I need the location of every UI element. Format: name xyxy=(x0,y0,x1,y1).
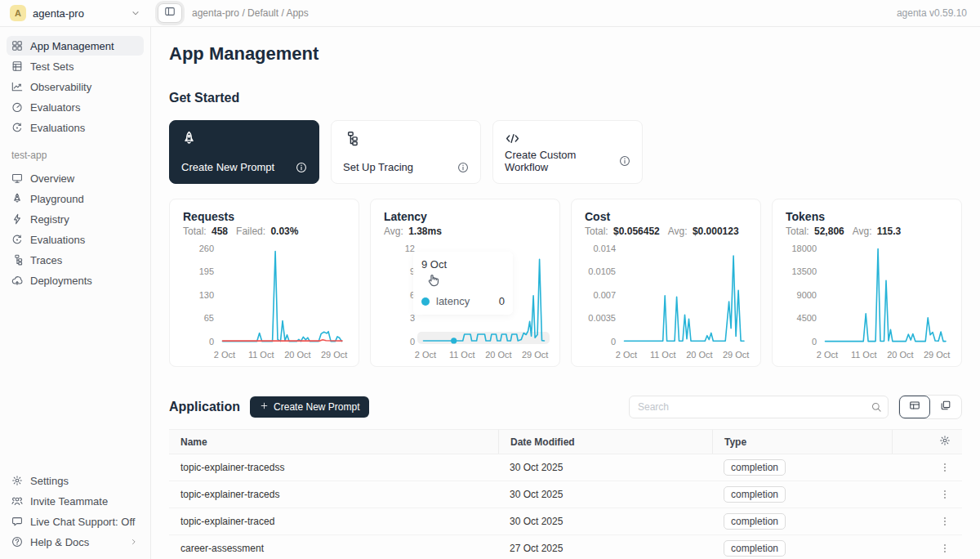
cell-name: topic-explainer-traceds xyxy=(169,489,498,500)
lightning-icon xyxy=(11,213,23,225)
sidebar-item-registry[interactable]: Registry xyxy=(7,209,144,229)
table-icon xyxy=(11,60,23,72)
sidebar-item-playground[interactable]: Playground xyxy=(7,189,144,208)
info-icon[interactable] xyxy=(457,162,469,173)
workspace-selector[interactable]: A agenta-pro xyxy=(0,5,151,21)
breadcrumb[interactable]: agenta-pro / Default / Apps xyxy=(192,7,309,19)
cell-type: completion xyxy=(712,486,892,503)
sidebar-section-label: test-app xyxy=(11,150,139,161)
table-row[interactable]: topic-explainer-traced30 Oct 2025complet… xyxy=(169,508,962,535)
svg-text:0.007: 0.007 xyxy=(593,290,616,300)
table-row[interactable]: career-assessment27 Oct 2025completion xyxy=(169,535,962,559)
cost-chart[interactable]: 00.00350.0070.01050.0142 Oct11 Oct20 Oct… xyxy=(585,240,749,363)
cell-name: topic-explainer-tracedss xyxy=(169,462,498,473)
sidebar-item-invite-teammate[interactable]: Invite Teammate xyxy=(7,491,144,511)
gear-icon xyxy=(11,475,23,486)
sidebar-item-label: Playground xyxy=(30,193,84,205)
svg-text:11 Oct: 11 Oct xyxy=(650,350,676,360)
sidebar-main-nav: App ManagementTest SetsObservabilityEval… xyxy=(7,35,144,138)
sidebar-item-label: Traces xyxy=(30,254,62,266)
svg-text:130: 130 xyxy=(199,290,214,300)
sidebar-item-app-management[interactable]: App Management xyxy=(7,36,144,56)
row-more-button[interactable] xyxy=(939,516,951,527)
svg-text:20 Oct: 20 Oct xyxy=(284,350,310,360)
column-header-date-modified[interactable]: Date Modified xyxy=(498,430,712,454)
sidebar-item-traces[interactable]: Traces xyxy=(7,250,144,270)
card-view-button[interactable] xyxy=(930,396,961,418)
info-icon[interactable] xyxy=(296,162,307,173)
row-more-button[interactable] xyxy=(939,462,951,473)
sidebar-item-live-chat-support-off[interactable]: Live Chat Support: Off xyxy=(7,512,144,531)
svg-text:3: 3 xyxy=(410,313,415,323)
sidebar-item-evaluators[interactable]: Evaluators xyxy=(7,97,144,117)
users-icon xyxy=(11,495,23,507)
sidebar-item-help-docs[interactable]: Help & Docs xyxy=(7,532,144,552)
code-icon xyxy=(505,131,520,146)
sidebar-item-label: Settings xyxy=(30,475,69,487)
sidebar-item-evaluations[interactable]: Evaluations xyxy=(7,230,144,249)
chart-stats: Avg: 1.38ms xyxy=(384,226,546,237)
chart-stats: Total: 52,806Avg: 115.3 xyxy=(786,226,948,237)
svg-text:2 Oct: 2 Oct xyxy=(214,350,235,360)
rocket-icon xyxy=(11,193,23,204)
refresh-icon xyxy=(11,122,23,133)
search-icon xyxy=(871,401,882,413)
card-view-icon xyxy=(940,400,951,414)
sidebar-item-settings[interactable]: Settings xyxy=(7,471,144,490)
svg-text:2 Oct: 2 Oct xyxy=(817,350,838,360)
workspace-name: agenta-pro xyxy=(33,7,84,20)
get-started-cards: Create New PromptSet Up TracingCreate Cu… xyxy=(169,120,962,184)
tokens-chart[interactable]: 04500900013500180002 Oct11 Oct20 Oct29 O… xyxy=(786,240,950,363)
chart-title: Latency xyxy=(384,210,546,223)
table-row[interactable]: topic-explainer-traceds30 Oct 2025comple… xyxy=(169,481,962,508)
svg-text:12: 12 xyxy=(405,244,415,253)
sidebar-item-deployments[interactable]: Deployments xyxy=(7,271,144,290)
sidebar-item-label: Live Chat Support: Off xyxy=(30,516,135,528)
create-new-prompt-button[interactable]: Create New Prompt xyxy=(250,396,369,418)
table-view-button[interactable] xyxy=(899,396,930,418)
table-row[interactable]: topic-explainer-tracedss30 Oct 2025compl… xyxy=(169,454,962,481)
gear-icon xyxy=(939,435,951,449)
table-view-icon xyxy=(909,400,920,414)
cost-metric-card: CostTotal: $0.056452Avg: $0.00012300.003… xyxy=(571,199,761,367)
svg-text:0.0105: 0.0105 xyxy=(588,266,616,276)
info-icon[interactable] xyxy=(619,155,630,167)
svg-text:20 Oct: 20 Oct xyxy=(887,350,913,360)
cell-date-modified: 30 Oct 2025 xyxy=(498,489,712,500)
table-settings-button[interactable] xyxy=(892,430,962,454)
column-header-name[interactable]: Name xyxy=(169,430,498,454)
get-started-card-create-custom-workflow[interactable]: Create Custom Workflow xyxy=(492,120,643,184)
grid-icon xyxy=(11,40,23,51)
tooltip-value: 0 xyxy=(499,295,505,307)
cell-type: completion xyxy=(712,459,892,476)
svg-text:195: 195 xyxy=(199,266,214,276)
cell-date-modified: 30 Oct 2025 xyxy=(498,462,712,473)
sidebar-item-label: Help & Docs xyxy=(30,536,89,548)
chart-icon xyxy=(11,81,23,92)
search-input[interactable] xyxy=(629,396,889,418)
sidebar-item-evaluations[interactable]: Evaluations xyxy=(7,118,144,137)
get-started-card-create-new-prompt[interactable]: Create New Prompt xyxy=(169,120,319,184)
application-heading: Application xyxy=(169,400,240,414)
column-header-type[interactable]: Type xyxy=(712,430,892,454)
sidebar-item-label: App Management xyxy=(30,40,114,52)
svg-text:20 Oct: 20 Oct xyxy=(485,350,511,360)
table-body: topic-explainer-tracedss30 Oct 2025compl… xyxy=(169,454,962,559)
svg-text:9000: 9000 xyxy=(797,290,817,300)
sidebar-collapse-button[interactable] xyxy=(158,3,182,23)
gauge-icon xyxy=(11,101,23,113)
svg-text:13500: 13500 xyxy=(791,266,817,276)
get-started-card-set-up-tracing[interactable]: Set Up Tracing xyxy=(331,120,481,184)
requests-chart[interactable]: 0651301952602 Oct11 Oct20 Oct29 Oct xyxy=(183,240,347,363)
svg-text:260: 260 xyxy=(199,244,214,253)
sidebar-item-label: Deployments xyxy=(30,275,92,287)
svg-text:29 Oct: 29 Oct xyxy=(924,350,950,360)
row-more-button[interactable] xyxy=(939,489,951,500)
type-badge: completion xyxy=(724,459,786,476)
sidebar-item-label: Registry xyxy=(30,213,69,226)
row-more-button[interactable] xyxy=(939,543,951,554)
sidebar-item-overview[interactable]: Overview xyxy=(7,168,144,188)
sidebar-item-test-sets[interactable]: Test Sets xyxy=(7,56,144,76)
sidebar-item-observability[interactable]: Observability xyxy=(7,77,144,96)
cell-name: topic-explainer-traced xyxy=(169,516,498,527)
